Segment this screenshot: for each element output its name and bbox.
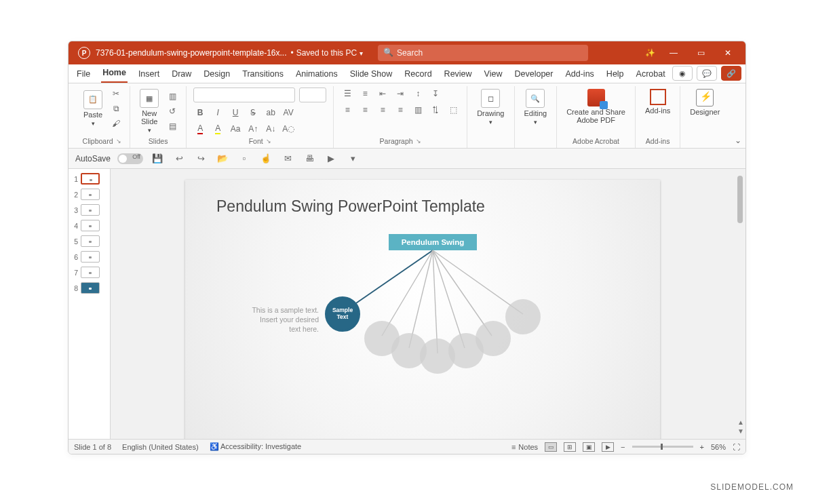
new-slide-button[interactable]: ▦ New Slide ▾ [137,88,161,135]
zoom-slider[interactable] [632,446,693,448]
pendulum-label[interactable]: Pendulum Swing [389,234,477,250]
from-beginning-button[interactable]: ▶ [324,151,338,166]
minimize-button[interactable]: — [660,41,687,64]
record-indicator-button[interactable]: ◉ [672,66,693,81]
comments-button[interactable]: 💬 [697,66,717,81]
font-family-select[interactable] [193,88,295,102]
language-status[interactable]: English (United States) [122,443,199,451]
new-file-button[interactable]: ▫ [237,151,252,166]
thumbnail-3[interactable]: 3 [71,204,107,216]
thumbnail-panel[interactable]: 1 2 3 4 5 6 7 8 [69,169,111,439]
document-name[interactable]: 7376-01-pendulum-swing-powerpoint-templa… [96,48,286,58]
scrollbar-thumb[interactable] [737,176,743,223]
reading-view-button[interactable]: ▣ [583,442,595,452]
slide[interactable]: Pendulum Swing PowerPoint Template Pendu… [185,180,660,439]
next-slide-button[interactable]: ▼ [737,427,744,435]
prev-slide-button[interactable]: ▲ [737,419,744,426]
character-spacing-button[interactable]: AV [282,106,295,119]
sample-text[interactable]: This is a sample text. Insert your desir… [227,305,319,334]
vertical-scrollbar[interactable] [737,172,744,412]
normal-view-button[interactable]: ▭ [545,442,557,452]
touch-mode-button[interactable]: ☝ [258,151,273,166]
highlight-button[interactable]: A [211,123,225,135]
thumbnail-5[interactable]: 5 [71,235,107,247]
align-right-button[interactable]: ≡ [376,104,389,116]
paste-button[interactable]: 📋 Paste ▾ [81,89,105,128]
tab-acrobat[interactable]: Acrobat [635,66,667,83]
save-button[interactable]: 💾 [150,151,165,166]
slideshow-view-button[interactable]: ▶ [602,442,614,452]
tab-addins[interactable]: Add-ins [564,66,595,83]
thumbnail-8[interactable]: 8 [71,282,107,294]
italic-button[interactable]: I [211,106,225,119]
launcher-icon[interactable]: ↘ [266,138,271,144]
close-button[interactable]: ✕ [714,41,741,64]
indent-decrease-button[interactable]: ⇤ [376,88,389,100]
justify-button[interactable]: ≡ [393,104,407,116]
font-color-button[interactable]: A [193,123,207,135]
pendulum-ball-main[interactable]: Sample Text [325,296,360,332]
tab-animations[interactable]: Animations [294,66,339,83]
tab-view[interactable]: View [483,66,504,83]
tab-design[interactable]: Design [202,66,231,83]
zoom-out-button[interactable]: − [621,443,625,451]
autosave-toggle[interactable]: Off [117,153,143,164]
open-button[interactable]: 📂 [215,151,230,166]
fit-to-window-button[interactable]: ⛶ [733,443,740,451]
drawing-button[interactable]: ◻ Drawing ▾ [474,88,507,127]
search-input[interactable] [378,45,588,61]
layout-button[interactable]: ▥ [166,90,179,102]
notes-button[interactable]: ≡ Notes [511,443,538,451]
thumbnail-2[interactable]: 2 [71,189,107,200]
email-button[interactable]: ✉ [280,151,295,166]
shadow-button[interactable]: ab [264,106,277,119]
zoom-level[interactable]: 56% [711,443,726,451]
launcher-icon[interactable]: ↘ [416,138,421,144]
save-status[interactable]: • Saved to this PC ▾ [290,48,363,58]
format-painter-button[interactable]: 🖌 [109,117,123,130]
line-spacing-button[interactable]: ↕ [411,88,425,100]
copy-button[interactable]: ⧉ [109,102,123,115]
cut-button[interactable]: ✂ [109,88,123,100]
designer-button[interactable]: Designer [687,88,722,117]
align-text-button[interactable]: ⮁ [429,104,442,116]
reset-button[interactable]: ↺ [166,105,179,117]
customize-qat-button[interactable]: ▾ [345,151,360,166]
pendulum-ball[interactable] [476,321,511,356]
smartart-button[interactable]: ⬚ [446,104,460,116]
undo-button[interactable]: ↩ [172,151,187,166]
tab-record[interactable]: Record [403,66,433,83]
indent-increase-button[interactable]: ⇥ [393,88,407,100]
redo-button[interactable]: ↪ [193,151,208,166]
slide-counter[interactable]: Slide 1 of 8 [74,443,111,451]
grow-font-button[interactable]: A↑ [246,123,260,135]
maximize-button[interactable]: ▭ [687,41,714,64]
columns-button[interactable]: ▥ [411,104,425,116]
accessibility-status[interactable]: ♿ Accessibility: Investigate [210,442,302,451]
pendulum-ball[interactable] [505,299,541,334]
thumbnail-7[interactable]: 7 [71,267,107,278]
copilot-icon[interactable]: ✨ [640,48,660,58]
slide-title[interactable]: Pendulum Swing PowerPoint Template [216,197,485,216]
sorter-view-button[interactable]: ⊞ [564,442,576,452]
slide-canvas-area[interactable]: Pendulum Swing PowerPoint Template Pendu… [111,169,745,439]
shrink-font-button[interactable]: A↓ [264,123,277,135]
thumbnail-1[interactable]: 1 [71,173,107,185]
clear-formatting-button[interactable]: A◌ [282,123,295,135]
tab-help[interactable]: Help [605,66,625,83]
text-direction-button[interactable]: ↧ [429,88,442,100]
adobe-pdf-button[interactable]: Create and Share Adobe PDF [564,88,628,125]
thumbnail-4[interactable]: 4 [71,220,107,231]
font-size-select[interactable] [299,88,326,102]
zoom-in-button[interactable]: + [700,443,704,451]
print-preview-button[interactable]: 🖶 [302,151,317,166]
tab-file[interactable]: File [75,66,92,83]
tab-review[interactable]: Review [443,66,473,83]
align-left-button[interactable]: ≡ [341,104,354,116]
collapse-ribbon-button[interactable]: ⌄ [735,136,741,145]
change-case-button[interactable]: Aa [229,123,242,135]
editing-button[interactable]: 🔍 Editing ▾ [522,88,550,127]
align-center-button[interactable]: ≡ [358,104,372,116]
tab-slideshow[interactable]: Slide Show [349,66,394,83]
tab-insert[interactable]: Insert [137,66,161,83]
